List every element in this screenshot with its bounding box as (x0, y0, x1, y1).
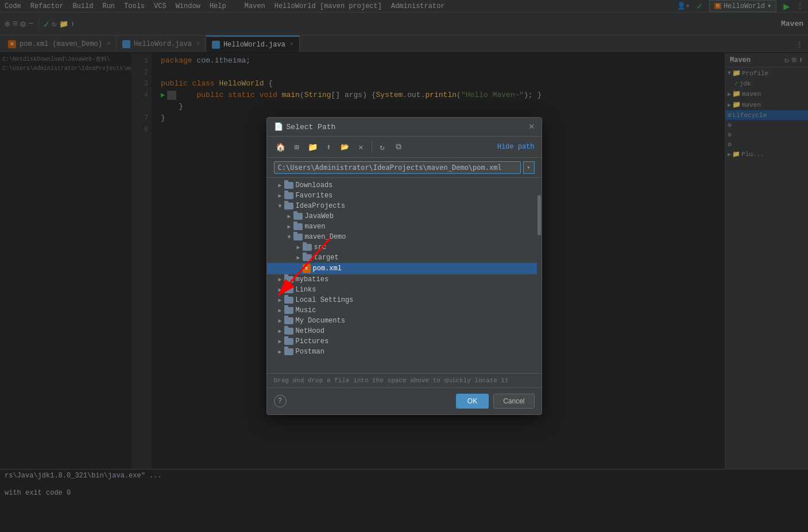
dialog-delete-button[interactable]: ✕ (354, 140, 368, 154)
folder-icon-maven (293, 223, 303, 230)
dialog-copy-button[interactable]: ⧉ (392, 140, 405, 154)
src-label: src (314, 243, 327, 251)
folder-icon-local-settings (284, 297, 293, 304)
folder-icon-downloads (284, 182, 293, 189)
dialog-ok-button[interactable]: OK (456, 394, 489, 409)
tree-item-pictures[interactable]: ▶ Pictures (267, 336, 542, 347)
dialog-overlay: 📄 Select Path ✕ 🏠 ⊞ 📁 ⬆ 📂 ✕ ↻ ⧉ Hide pat… (0, 0, 808, 532)
local-settings-label: Local Settings (296, 296, 354, 304)
dialog-action-buttons: OK Cancel (456, 394, 535, 409)
dialog-tree-button[interactable]: ⊞ (290, 140, 304, 154)
pictures-label: Pictures (296, 337, 329, 345)
tree-item-local-settings[interactable]: ▶ Local Settings (267, 295, 542, 305)
folder-icon-my-documents (284, 317, 293, 324)
favorites-label: Favorites (296, 192, 333, 200)
dialog-home-button[interactable]: 🏠 (274, 140, 288, 154)
postman-label: Postman (296, 348, 324, 356)
folder-icon-postman (284, 348, 293, 355)
tree-item-music[interactable]: ▶ Music (267, 305, 542, 316)
tree-item-maven-demo[interactable]: ▼ maven_Demo (267, 232, 542, 242)
path-input[interactable] (274, 161, 521, 174)
tree-item-mybaties[interactable]: ▶ mybaties (267, 274, 542, 285)
folder-icon-src (303, 244, 312, 251)
target-label: target (314, 254, 339, 262)
dialog-title-text: Select Path (287, 123, 336, 131)
folder-icon-ideaprojects (284, 203, 293, 209)
path-input-container: ▾ (267, 158, 542, 178)
folder-icon-mybaties (284, 276, 293, 283)
dialog-cancel-button[interactable]: Cancel (493, 394, 534, 409)
folder-icon-music (284, 307, 293, 314)
links-label: Links (296, 286, 316, 294)
folder-icon-javaweb (293, 213, 303, 220)
tree-item-downloads[interactable]: ▶ Downloads (267, 180, 542, 191)
tree-item-ideaprojects[interactable]: ▼ IdeaProjects (267, 201, 542, 211)
tree-item-links[interactable]: ▶ Links (267, 285, 542, 295)
toolbar-separator (372, 141, 372, 153)
music-label: Music (296, 306, 316, 314)
mybaties-label: mybaties (296, 275, 329, 284)
dialog-newfolder-button[interactable]: 📁 (306, 140, 320, 154)
drag-hint: Drag and drop a file into the space abov… (267, 373, 542, 387)
tree-item-target[interactable]: ▶ target (267, 253, 542, 263)
ideaprojects-label: IdeaProjects (296, 202, 345, 210)
folder-icon-target (303, 254, 312, 261)
maven-demo-label: maven_Demo (305, 233, 346, 241)
tree-scrollbar[interactable] (537, 178, 542, 373)
folder-icon-nethood (284, 328, 293, 335)
path-dropdown-button[interactable]: ▾ (523, 161, 535, 174)
dialog-newfolder2-button[interactable]: 📂 (338, 140, 352, 154)
dialog-refresh-button[interactable]: ↻ (376, 140, 389, 154)
tree-item-nethood[interactable]: ▶ NetHood (267, 326, 542, 336)
folder-icon-favorites (284, 192, 293, 199)
dialog-footer: ? OK Cancel (267, 387, 542, 414)
folder-icon-maven-demo (293, 234, 303, 240)
dialog-close-button[interactable]: ✕ (529, 122, 535, 131)
select-path-dialog: 📄 Select Path ✕ 🏠 ⊞ 📁 ⬆ 📂 ✕ ↻ ⧉ Hide pat… (266, 117, 542, 415)
downloads-label: Downloads (296, 181, 333, 189)
tree-item-maven[interactable]: ▶ maven (267, 222, 542, 232)
file-tree[interactable]: ▶ Downloads ▶ Favorites ▼ IdeaProjects (267, 178, 542, 373)
tree-item-my-documents[interactable]: ▶ My Documents (267, 316, 542, 326)
folder-icon-pictures (284, 338, 293, 345)
hide-path-button[interactable]: Hide path (497, 143, 535, 151)
tree-item-src[interactable]: ▶ src (267, 242, 542, 253)
tree-item-javaweb[interactable]: ▶ JavaWeb (267, 211, 542, 222)
tree-scrollbar-thumb[interactable] (538, 195, 541, 235)
dialog-title-bar: 📄 Select Path ✕ (267, 118, 542, 137)
tree-item-favorites[interactable]: ▶ Favorites (267, 191, 542, 201)
file-tree-wrapper: ▶ Downloads ▶ Favorites ▼ IdeaProjects (267, 178, 542, 373)
javaweb-label: JavaWeb (305, 212, 334, 220)
maven-label: maven (305, 223, 326, 231)
dialog-up-button[interactable]: ⬆ (322, 140, 336, 154)
folder-icon-links (284, 286, 293, 293)
dialog-title: 📄 Select Path (274, 122, 336, 131)
dialog-title-icon: 📄 (274, 122, 283, 131)
tree-item-pom-xml[interactable]: X pom.xml (267, 263, 542, 274)
dialog-help-button[interactable]: ? (274, 395, 287, 407)
nethood-label: NetHood (296, 327, 324, 335)
my-documents-label: My Documents (296, 317, 345, 325)
dialog-toolbar: 🏠 ⊞ 📁 ⬆ 📂 ✕ ↻ ⧉ Hide path (267, 137, 542, 158)
xml-file-icon: X (303, 264, 311, 273)
pom-xml-label: pom.xml (313, 265, 342, 273)
tree-item-postman[interactable]: ▶ Postman (267, 347, 542, 357)
